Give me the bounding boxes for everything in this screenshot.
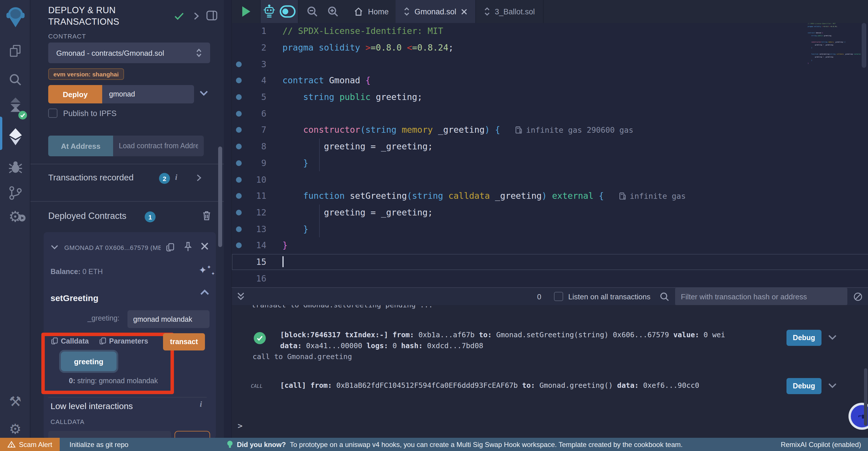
gutter-dot[interactable] — [236, 177, 242, 182]
remixai-robot-icon[interactable] — [263, 5, 276, 19]
constructor-arg-input[interactable] — [102, 85, 194, 104]
copy-calldata-icon[interactable] — [51, 336, 59, 345]
search-icon[interactable] — [0, 73, 30, 87]
transact-button[interactable]: transact — [163, 333, 205, 350]
gutter-dot[interactable] — [236, 94, 242, 100]
terminal-search-icon[interactable] — [660, 291, 670, 301]
panel-scrollbar[interactable] — [218, 146, 222, 247]
code-line[interactable]: 9 } — [232, 155, 868, 171]
transactions-chevron-icon[interactable] — [196, 174, 202, 181]
panel-check-icon — [174, 11, 184, 21]
gutter-dot[interactable] — [236, 193, 242, 199]
divider — [48, 397, 207, 398]
solidity-compiler-icon[interactable] — [0, 96, 30, 117]
code-line[interactable]: 16 — [232, 270, 868, 287]
copilot-toggle-icon[interactable] — [280, 5, 296, 18]
settings-icon[interactable]: ⚙ — [0, 423, 30, 435]
greeting-getter-button[interactable]: greeting — [61, 351, 117, 371]
minimap[interactable]: // SPDX-License-Identifier: MITpragma so… — [808, 22, 861, 68]
code-line[interactable]: 4contract Gmonad { — [232, 73, 868, 89]
gutter-dot[interactable] — [236, 226, 242, 232]
debugger-icon[interactable] — [0, 160, 30, 175]
debug-button[interactable]: Debug — [786, 378, 822, 394]
parameters-button[interactable]: Parameters — [109, 337, 148, 345]
low-level-info-icon[interactable]: i — [200, 400, 202, 409]
close-contract-icon[interactable] — [200, 242, 209, 251]
gutter-dot[interactable] — [236, 111, 242, 117]
terminal-body[interactable]: transact to Gmonad.setGreeting pending .… — [232, 305, 868, 439]
tab-ballot-sol[interactable]: 3_Ballot.sol — [476, 0, 544, 23]
gutter-dot[interactable] — [236, 61, 242, 67]
deploy-expand-chevron-icon[interactable] — [199, 90, 208, 96]
gutter-dot[interactable] — [236, 127, 242, 133]
function-collapse-chevron-icon[interactable] — [200, 289, 210, 296]
terminal-scrollbar[interactable] — [864, 368, 867, 426]
terminal-expand-icon[interactable] — [237, 292, 245, 301]
gas-estimate-annotation: infinite gas 290600 gas — [515, 125, 633, 135]
gutter-dot[interactable] — [236, 243, 242, 249]
git-icon[interactable] — [0, 185, 30, 201]
code-line[interactable]: 15 — [232, 254, 868, 270]
contract-select[interactable]: Gmonad - contracts/Gmonad.sol — [48, 43, 210, 63]
evm-version-badge: evm version: shanghai — [48, 68, 124, 80]
terminal-prompt[interactable]: > — [238, 421, 243, 430]
run-script-button[interactable] — [232, 0, 260, 23]
code-line[interactable]: 7 constructor(string memory _greeting) {… — [232, 122, 868, 138]
listen-count: 0 — [537, 292, 541, 301]
gutter-dot[interactable] — [236, 144, 242, 149]
contract-instance-title[interactable]: GMONAD AT 0X606...67579 (MEMORY) — [64, 244, 161, 251]
zoom-out-icon[interactable] — [307, 6, 318, 17]
gutter-dot[interactable] — [236, 78, 242, 84]
deploy-button[interactable]: Deploy — [48, 85, 102, 104]
sparkles-icon[interactable]: ✦✦✦ — [198, 264, 215, 276]
transaction-filter-input[interactable] — [675, 288, 847, 305]
zoom-in-icon[interactable] — [327, 6, 339, 17]
at-address-button[interactable]: At Address — [48, 136, 113, 156]
remix-logo[interactable] — [0, 6, 30, 29]
clear-console-icon[interactable] — [853, 291, 863, 301]
code-line[interactable]: 14} — [232, 237, 868, 254]
calldata-button[interactable]: Calldata — [61, 337, 89, 345]
editor-scrollbar[interactable] — [862, 23, 866, 68]
code-line[interactable]: 10 — [232, 171, 868, 188]
file-explorer-icon[interactable] — [0, 44, 30, 58]
code-line[interactable]: 6 — [232, 106, 868, 122]
gutter-dot[interactable] — [236, 210, 242, 216]
listen-checkbox[interactable] — [554, 292, 563, 301]
transaction-log-text[interactable]: [block:7646317 txIndex:-] from: 0xb1a...… — [280, 329, 785, 351]
publish-ipfs-checkbox[interactable] — [48, 109, 57, 118]
code-line[interactable]: 13 } — [232, 221, 868, 237]
copy-address-icon[interactable] — [165, 242, 175, 252]
deploy-run-icon[interactable] — [0, 128, 30, 146]
code-line[interactable]: 3 — [232, 56, 868, 73]
build-icon[interactable]: ⚒ — [0, 395, 30, 408]
panel-layout-icon[interactable] — [206, 10, 218, 21]
code-line[interactable]: 5 string public greeting; — [232, 89, 868, 106]
code-line[interactable]: 8 greeting = _greeting; — [232, 138, 868, 155]
copy-parameters-icon[interactable] — [99, 336, 107, 345]
scam-alert-button[interactable]: Scam Alert — [0, 438, 60, 451]
at-address-input[interactable] — [113, 136, 204, 156]
close-tab-icon[interactable] — [461, 8, 467, 15]
panel-chevron-right-icon[interactable] — [193, 12, 200, 20]
tab-home[interactable]: Home — [347, 0, 396, 23]
debug-button[interactable]: Debug — [786, 330, 822, 346]
code-lines[interactable]: 1// SPDX-License-Identifier: MIT2pragma … — [232, 23, 868, 287]
transactions-info-icon[interactable]: i — [175, 173, 177, 182]
tab-gmonad-sol[interactable]: Gmonad.sol — [396, 0, 476, 23]
code-line[interactable]: 11 function setGreeting(string calldata … — [232, 188, 868, 204]
log-expand-chevron-icon[interactable] — [828, 382, 837, 389]
copilot-status[interactable]: RemixAI Copilot (enabled) — [781, 440, 868, 448]
log-expand-chevron-icon[interactable] — [828, 334, 837, 341]
pin-icon[interactable] — [183, 241, 193, 252]
unit-testing-icon[interactable]: ⚙ — [0, 210, 30, 223]
code-line[interactable]: 12 greeting = _greeting; — [232, 204, 868, 221]
transaction-log-text[interactable]: [call] from: 0xB1aB62fdFC104512F594fCa0E… — [280, 380, 785, 391]
gutter-dot[interactable] — [236, 160, 242, 166]
trash-icon[interactable] — [202, 210, 211, 221]
code-line[interactable]: 1// SPDX-License-Identifier: MIT — [232, 23, 868, 39]
code-line[interactable]: 2pragma solidity >=0.8.0 <=0.8.24; — [232, 39, 868, 56]
contract-collapse-chevron-icon[interactable] — [51, 244, 59, 250]
git-init-button[interactable]: Initialize as git repo — [60, 440, 128, 448]
arg-input[interactable] — [127, 310, 210, 328]
